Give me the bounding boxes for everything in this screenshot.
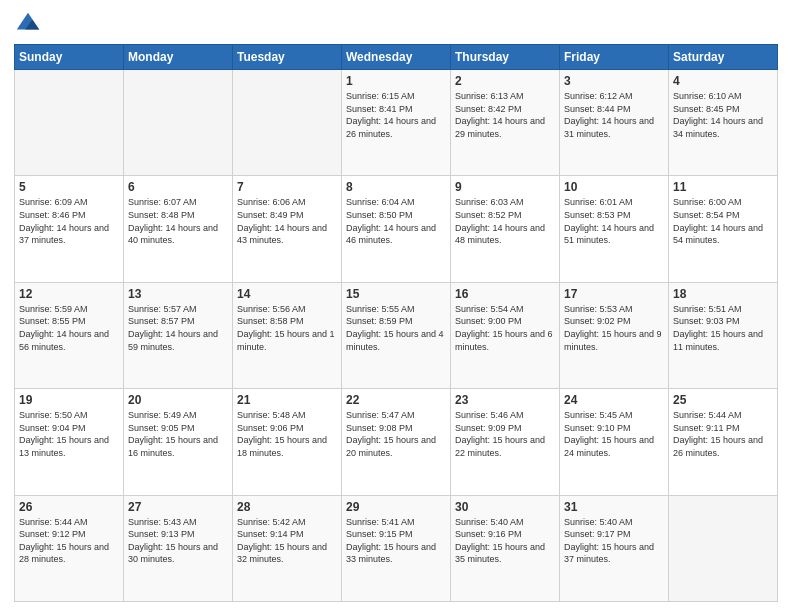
calendar-cell: 13Sunrise: 5:57 AM Sunset: 8:57 PM Dayli…	[124, 282, 233, 388]
calendar-cell: 4Sunrise: 6:10 AM Sunset: 8:45 PM Daylig…	[669, 70, 778, 176]
day-info: Sunrise: 5:48 AM Sunset: 9:06 PM Dayligh…	[237, 409, 337, 459]
logo-icon	[14, 10, 42, 38]
calendar-cell: 14Sunrise: 5:56 AM Sunset: 8:58 PM Dayli…	[233, 282, 342, 388]
calendar-table: SundayMondayTuesdayWednesdayThursdayFrid…	[14, 44, 778, 602]
day-info: Sunrise: 6:06 AM Sunset: 8:49 PM Dayligh…	[237, 196, 337, 246]
calendar-cell: 7Sunrise: 6:06 AM Sunset: 8:49 PM Daylig…	[233, 176, 342, 282]
day-number: 7	[237, 180, 337, 194]
calendar-week-row: 5Sunrise: 6:09 AM Sunset: 8:46 PM Daylig…	[15, 176, 778, 282]
day-info: Sunrise: 6:00 AM Sunset: 8:54 PM Dayligh…	[673, 196, 773, 246]
day-info: Sunrise: 5:42 AM Sunset: 9:14 PM Dayligh…	[237, 516, 337, 566]
day-number: 24	[564, 393, 664, 407]
day-info: Sunrise: 5:53 AM Sunset: 9:02 PM Dayligh…	[564, 303, 664, 353]
day-info: Sunrise: 5:50 AM Sunset: 9:04 PM Dayligh…	[19, 409, 119, 459]
day-info: Sunrise: 5:49 AM Sunset: 9:05 PM Dayligh…	[128, 409, 228, 459]
calendar-cell: 10Sunrise: 6:01 AM Sunset: 8:53 PM Dayli…	[560, 176, 669, 282]
day-info: Sunrise: 5:44 AM Sunset: 9:11 PM Dayligh…	[673, 409, 773, 459]
day-number: 5	[19, 180, 119, 194]
calendar-cell: 1Sunrise: 6:15 AM Sunset: 8:41 PM Daylig…	[342, 70, 451, 176]
day-info: Sunrise: 6:09 AM Sunset: 8:46 PM Dayligh…	[19, 196, 119, 246]
day-number: 17	[564, 287, 664, 301]
calendar-cell: 25Sunrise: 5:44 AM Sunset: 9:11 PM Dayli…	[669, 389, 778, 495]
day-info: Sunrise: 5:43 AM Sunset: 9:13 PM Dayligh…	[128, 516, 228, 566]
day-header-friday: Friday	[560, 45, 669, 70]
calendar-week-row: 12Sunrise: 5:59 AM Sunset: 8:55 PM Dayli…	[15, 282, 778, 388]
day-info: Sunrise: 5:45 AM Sunset: 9:10 PM Dayligh…	[564, 409, 664, 459]
day-info: Sunrise: 5:44 AM Sunset: 9:12 PM Dayligh…	[19, 516, 119, 566]
day-header-thursday: Thursday	[451, 45, 560, 70]
day-info: Sunrise: 6:10 AM Sunset: 8:45 PM Dayligh…	[673, 90, 773, 140]
calendar-cell: 3Sunrise: 6:12 AM Sunset: 8:44 PM Daylig…	[560, 70, 669, 176]
calendar-week-row: 19Sunrise: 5:50 AM Sunset: 9:04 PM Dayli…	[15, 389, 778, 495]
day-number: 9	[455, 180, 555, 194]
day-info: Sunrise: 5:54 AM Sunset: 9:00 PM Dayligh…	[455, 303, 555, 353]
calendar-cell	[15, 70, 124, 176]
logo	[14, 10, 46, 38]
calendar-cell	[124, 70, 233, 176]
day-info: Sunrise: 6:03 AM Sunset: 8:52 PM Dayligh…	[455, 196, 555, 246]
day-info: Sunrise: 6:04 AM Sunset: 8:50 PM Dayligh…	[346, 196, 446, 246]
day-info: Sunrise: 6:13 AM Sunset: 8:42 PM Dayligh…	[455, 90, 555, 140]
calendar-cell: 12Sunrise: 5:59 AM Sunset: 8:55 PM Dayli…	[15, 282, 124, 388]
calendar-cell: 20Sunrise: 5:49 AM Sunset: 9:05 PM Dayli…	[124, 389, 233, 495]
day-number: 8	[346, 180, 446, 194]
day-number: 15	[346, 287, 446, 301]
calendar-week-row: 1Sunrise: 6:15 AM Sunset: 8:41 PM Daylig…	[15, 70, 778, 176]
calendar-cell: 6Sunrise: 6:07 AM Sunset: 8:48 PM Daylig…	[124, 176, 233, 282]
calendar-cell: 24Sunrise: 5:45 AM Sunset: 9:10 PM Dayli…	[560, 389, 669, 495]
calendar-cell: 16Sunrise: 5:54 AM Sunset: 9:00 PM Dayli…	[451, 282, 560, 388]
day-number: 14	[237, 287, 337, 301]
day-info: Sunrise: 5:51 AM Sunset: 9:03 PM Dayligh…	[673, 303, 773, 353]
day-header-tuesday: Tuesday	[233, 45, 342, 70]
calendar-cell: 2Sunrise: 6:13 AM Sunset: 8:42 PM Daylig…	[451, 70, 560, 176]
day-number: 13	[128, 287, 228, 301]
day-info: Sunrise: 5:57 AM Sunset: 8:57 PM Dayligh…	[128, 303, 228, 353]
day-number: 1	[346, 74, 446, 88]
day-info: Sunrise: 6:15 AM Sunset: 8:41 PM Dayligh…	[346, 90, 446, 140]
day-number: 12	[19, 287, 119, 301]
calendar-cell: 26Sunrise: 5:44 AM Sunset: 9:12 PM Dayli…	[15, 495, 124, 601]
day-info: Sunrise: 6:07 AM Sunset: 8:48 PM Dayligh…	[128, 196, 228, 246]
day-number: 20	[128, 393, 228, 407]
day-info: Sunrise: 5:47 AM Sunset: 9:08 PM Dayligh…	[346, 409, 446, 459]
calendar-cell	[669, 495, 778, 601]
day-number: 25	[673, 393, 773, 407]
day-number: 16	[455, 287, 555, 301]
day-number: 19	[19, 393, 119, 407]
calendar-cell: 27Sunrise: 5:43 AM Sunset: 9:13 PM Dayli…	[124, 495, 233, 601]
calendar-cell: 19Sunrise: 5:50 AM Sunset: 9:04 PM Dayli…	[15, 389, 124, 495]
day-info: Sunrise: 5:46 AM Sunset: 9:09 PM Dayligh…	[455, 409, 555, 459]
day-info: Sunrise: 5:59 AM Sunset: 8:55 PM Dayligh…	[19, 303, 119, 353]
day-header-monday: Monday	[124, 45, 233, 70]
day-info: Sunrise: 5:40 AM Sunset: 9:16 PM Dayligh…	[455, 516, 555, 566]
day-info: Sunrise: 5:41 AM Sunset: 9:15 PM Dayligh…	[346, 516, 446, 566]
day-number: 29	[346, 500, 446, 514]
calendar-week-row: 26Sunrise: 5:44 AM Sunset: 9:12 PM Dayli…	[15, 495, 778, 601]
calendar-cell: 28Sunrise: 5:42 AM Sunset: 9:14 PM Dayli…	[233, 495, 342, 601]
header	[14, 10, 778, 38]
day-info: Sunrise: 5:55 AM Sunset: 8:59 PM Dayligh…	[346, 303, 446, 353]
calendar-cell: 21Sunrise: 5:48 AM Sunset: 9:06 PM Dayli…	[233, 389, 342, 495]
day-number: 10	[564, 180, 664, 194]
calendar-cell: 17Sunrise: 5:53 AM Sunset: 9:02 PM Dayli…	[560, 282, 669, 388]
calendar-cell: 18Sunrise: 5:51 AM Sunset: 9:03 PM Dayli…	[669, 282, 778, 388]
day-number: 22	[346, 393, 446, 407]
day-number: 27	[128, 500, 228, 514]
day-info: Sunrise: 6:12 AM Sunset: 8:44 PM Dayligh…	[564, 90, 664, 140]
calendar-cell: 8Sunrise: 6:04 AM Sunset: 8:50 PM Daylig…	[342, 176, 451, 282]
calendar-header-row: SundayMondayTuesdayWednesdayThursdayFrid…	[15, 45, 778, 70]
day-header-saturday: Saturday	[669, 45, 778, 70]
day-info: Sunrise: 5:56 AM Sunset: 8:58 PM Dayligh…	[237, 303, 337, 353]
day-number: 30	[455, 500, 555, 514]
day-number: 23	[455, 393, 555, 407]
day-number: 18	[673, 287, 773, 301]
day-number: 3	[564, 74, 664, 88]
calendar-cell: 11Sunrise: 6:00 AM Sunset: 8:54 PM Dayli…	[669, 176, 778, 282]
calendar-cell: 30Sunrise: 5:40 AM Sunset: 9:16 PM Dayli…	[451, 495, 560, 601]
day-header-wednesday: Wednesday	[342, 45, 451, 70]
calendar-cell: 22Sunrise: 5:47 AM Sunset: 9:08 PM Dayli…	[342, 389, 451, 495]
calendar-cell: 9Sunrise: 6:03 AM Sunset: 8:52 PM Daylig…	[451, 176, 560, 282]
day-header-sunday: Sunday	[15, 45, 124, 70]
calendar-cell: 5Sunrise: 6:09 AM Sunset: 8:46 PM Daylig…	[15, 176, 124, 282]
calendar-cell: 23Sunrise: 5:46 AM Sunset: 9:09 PM Dayli…	[451, 389, 560, 495]
